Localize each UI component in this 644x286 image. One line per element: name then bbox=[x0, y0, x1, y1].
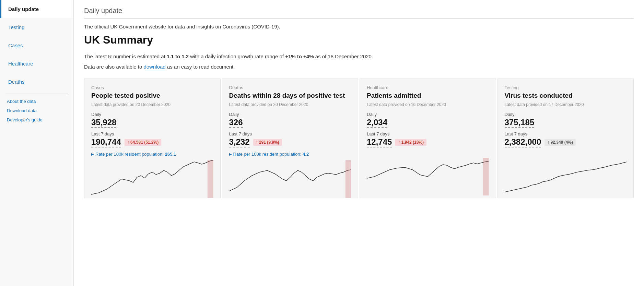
cases-rate-arrow: ▶ bbox=[91, 152, 94, 156]
healthcare-stat1-label: Daily bbox=[367, 112, 489, 117]
testing-stat1-label: Daily bbox=[505, 112, 627, 117]
deaths-stat1-label: Daily bbox=[229, 112, 351, 117]
healthcare-card-title: Patients admitted bbox=[367, 92, 489, 100]
subtitle-text: The official UK Government website for d… bbox=[84, 24, 634, 29]
deaths-stat2-row: 3,232 ↑ 291 (9.9%) bbox=[229, 137, 351, 147]
sidebar: Daily update Testing Cases Healthcare De… bbox=[0, 0, 74, 286]
deaths-card-date: Latest data provided on 20 December 2020 bbox=[229, 102, 351, 107]
cases-stat2-label: Last 7 days bbox=[91, 131, 213, 136]
svg-rect-0 bbox=[208, 160, 213, 198]
testing-card-category: Testing bbox=[505, 85, 627, 90]
r-number-paragraph: The latest R number is estimated at 1.1 … bbox=[84, 52, 634, 61]
testing-card-title: Virus tests conducted bbox=[505, 92, 627, 100]
healthcare-card-category: Healthcare bbox=[367, 85, 489, 90]
cases-stat2-value: 190,744 bbox=[91, 137, 121, 147]
deaths-stat2-value: 3,232 bbox=[229, 137, 250, 147]
sidebar-item-developers-guide[interactable]: Developer's guide bbox=[0, 115, 73, 124]
deaths-rate-value: 4.2 bbox=[303, 152, 309, 157]
healthcare-stat1-value: 2,034 bbox=[367, 118, 387, 128]
download-link[interactable]: download bbox=[143, 64, 165, 70]
deaths-stat2-label: Last 7 days bbox=[229, 131, 351, 136]
cards-row: Cases People tested positive Latest data… bbox=[84, 79, 634, 198]
svg-rect-1 bbox=[345, 160, 351, 198]
cases-chart bbox=[91, 160, 213, 198]
testing-card: Testing Virus tests conducted Latest dat… bbox=[497, 79, 634, 198]
main-content: Daily update The official UK Government … bbox=[74, 0, 644, 286]
testing-badge: ↑ 92,349 (4%) bbox=[545, 139, 576, 146]
cases-stat2-row: 190,744 ↑ 64,581 (51.2%) bbox=[91, 137, 213, 147]
cases-rate-label: Rate per 100k resident population: bbox=[95, 152, 164, 157]
cases-stat1-value: 35,928 bbox=[91, 118, 116, 128]
healthcare-card-date: Latest data provided on 16 December 2020 bbox=[367, 102, 489, 107]
testing-stat2-label: Last 7 days bbox=[505, 131, 627, 136]
growth-rate-value: +1% to +4% bbox=[285, 53, 314, 59]
cases-rate-link[interactable]: ▶ Rate per 100k resident population: 265… bbox=[91, 152, 213, 157]
sidebar-divider bbox=[5, 94, 68, 94]
cases-badge: ↑ 64,581 (51.2%) bbox=[125, 139, 161, 146]
sidebar-item-download-data[interactable]: Download data bbox=[0, 106, 73, 115]
page-divider bbox=[84, 18, 634, 19]
sidebar-item-healthcare[interactable]: Healthcare bbox=[0, 55, 73, 73]
deaths-chart bbox=[229, 160, 351, 198]
deaths-card-category: Deaths bbox=[229, 85, 351, 90]
deaths-rate-arrow: ▶ bbox=[229, 152, 232, 156]
healthcare-card: Healthcare Patients admitted Latest data… bbox=[360, 79, 496, 198]
deaths-card: Deaths Deaths within 28 days of positive… bbox=[222, 79, 359, 198]
testing-card-date: Latest data provided on 17 December 2020 bbox=[505, 102, 627, 107]
cases-rate-value: 265.1 bbox=[165, 152, 176, 157]
healthcare-stat2-row: 12,745 ↑ 1,942 (18%) bbox=[367, 137, 489, 147]
deaths-card-title: Deaths within 28 days of positive test bbox=[229, 92, 351, 100]
r-number-value: 1.1 to 1.2 bbox=[167, 53, 189, 59]
testing-stat2-row: 2,382,000 ↑ 92,349 (4%) bbox=[505, 137, 627, 147]
cases-card-date: Latest data provided on 20 December 2020 bbox=[91, 102, 213, 107]
cases-card-category: Cases bbox=[91, 85, 213, 90]
main-heading: UK Summary bbox=[84, 34, 634, 46]
download-suffix: as an easy to read document. bbox=[166, 64, 235, 70]
r-number-mid: with a daily infection growth rate range… bbox=[189, 53, 285, 59]
healthcare-stat2-label: Last 7 days bbox=[367, 131, 489, 136]
testing-chart bbox=[505, 158, 627, 195]
cases-card: Cases People tested positive Latest data… bbox=[84, 79, 221, 198]
sidebar-item-testing[interactable]: Testing bbox=[0, 18, 73, 36]
sidebar-item-daily-update[interactable]: Daily update bbox=[0, 0, 73, 18]
r-number-intro: The latest R number is estimated at bbox=[84, 53, 167, 59]
download-paragraph: Data are also available to download as a… bbox=[84, 63, 634, 71]
deaths-rate-link[interactable]: ▶ Rate per 100k resident population: 4.2 bbox=[229, 152, 351, 157]
sidebar-item-deaths[interactable]: Deaths bbox=[0, 73, 73, 91]
sidebar-item-about-data[interactable]: About the data bbox=[0, 97, 73, 106]
cases-card-title: People tested positive bbox=[91, 92, 213, 100]
healthcare-chart bbox=[367, 158, 489, 195]
page-title: Daily update bbox=[84, 7, 634, 15]
r-number-date: as of 18 December 2020. bbox=[314, 53, 373, 59]
cases-stat1-label: Daily bbox=[91, 112, 213, 117]
testing-stat2-value: 2,382,000 bbox=[505, 137, 541, 147]
healthcare-stat2-value: 12,745 bbox=[367, 137, 392, 147]
download-text: Data are also available to bbox=[84, 64, 143, 70]
svg-rect-2 bbox=[483, 158, 489, 195]
deaths-rate-label: Rate per 100k resident population: bbox=[233, 152, 302, 157]
healthcare-badge: ↑ 1,942 (18%) bbox=[395, 139, 426, 146]
deaths-stat1-value: 326 bbox=[229, 118, 243, 128]
deaths-badge: ↑ 291 (9.9%) bbox=[253, 139, 282, 146]
sidebar-item-cases[interactable]: Cases bbox=[0, 36, 73, 55]
testing-stat1-value: 375,185 bbox=[505, 118, 535, 128]
